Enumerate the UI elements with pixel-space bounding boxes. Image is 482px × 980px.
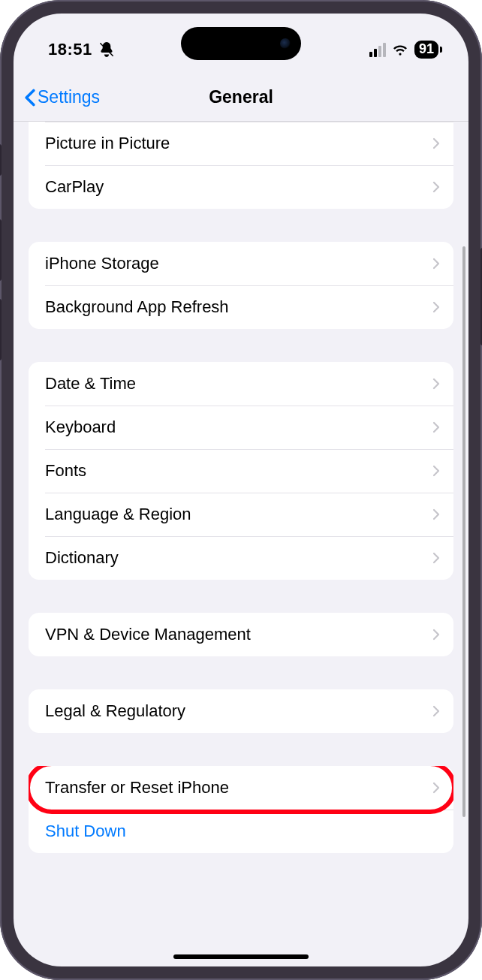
chevron-right-icon [432, 465, 440, 477]
list-item-label: VPN & Device Management [45, 625, 432, 644]
settings-group: Transfer or Reset iPhone Shut Down [29, 766, 453, 853]
chevron-right-icon [432, 705, 440, 717]
chevron-right-icon [432, 137, 440, 149]
list-item-label: Keyboard [45, 418, 432, 437]
list-item-label: Shut Down [45, 822, 440, 841]
battery-indicator: 91 [414, 41, 438, 59]
chevron-right-icon [432, 258, 440, 270]
mute-switch [0, 144, 2, 176]
settings-list[interactable]: AirPlay & Handoff Picture in Picture Car… [14, 122, 468, 966]
list-item-carplay[interactable]: CarPlay [29, 165, 453, 209]
list-item-vpn-device-management[interactable]: VPN & Device Management [29, 613, 453, 656]
settings-group: AirPlay & Handoff Picture in Picture Car… [29, 122, 453, 209]
bell-slash-icon [98, 41, 115, 58]
list-item-label: Legal & Regulatory [45, 701, 432, 721]
list-item-transfer-reset-iphone[interactable]: Transfer or Reset iPhone [29, 766, 453, 810]
list-item-date-time[interactable]: Date & Time [29, 362, 453, 406]
battery-percent: 91 [419, 41, 434, 57]
back-label: Settings [38, 87, 100, 107]
home-indicator[interactable] [173, 954, 309, 959]
phone-frame: 18:51 91 [0, 0, 482, 980]
chevron-right-icon [432, 782, 440, 794]
volume-up-button [0, 219, 2, 281]
list-item-fonts[interactable]: Fonts [29, 449, 453, 493]
screen: 18:51 91 [14, 14, 468, 966]
chevron-right-icon [432, 508, 440, 520]
chevron-right-icon [432, 301, 440, 313]
list-item-background-app-refresh[interactable]: Background App Refresh [29, 285, 453, 329]
settings-group: Date & Time Keyboard Fonts [29, 362, 453, 580]
list-item-label: CarPlay [45, 177, 432, 197]
dynamic-island [181, 27, 301, 60]
settings-group: Legal & Regulatory [29, 689, 453, 733]
nav-bar: Settings General [14, 74, 468, 122]
list-item-label: iPhone Storage [45, 254, 432, 273]
front-camera-icon [280, 38, 291, 49]
list-item-picture-in-picture[interactable]: Picture in Picture [29, 122, 453, 165]
scroll-indicator[interactable] [462, 246, 465, 817]
volume-down-button [0, 299, 2, 360]
list-item-label: Picture in Picture [45, 134, 432, 153]
list-item-label: Fonts [45, 461, 432, 481]
back-button[interactable]: Settings [24, 87, 100, 107]
chevron-left-icon [24, 89, 36, 107]
settings-group: VPN & Device Management [29, 613, 453, 656]
list-item-label: Date & Time [45, 374, 432, 394]
list-item-iphone-storage[interactable]: iPhone Storage [29, 242, 453, 285]
list-item-label: Dictionary [45, 548, 432, 568]
cellular-signal-icon [369, 43, 386, 57]
list-item-dictionary[interactable]: Dictionary [29, 536, 453, 580]
settings-group: iPhone Storage Background App Refresh [29, 242, 453, 329]
list-item-label: Transfer or Reset iPhone [45, 778, 432, 798]
list-item-language-region[interactable]: Language & Region [29, 493, 453, 536]
status-time: 18:51 [48, 40, 92, 59]
chevron-right-icon [432, 378, 440, 390]
list-item-shut-down[interactable]: Shut Down [29, 810, 453, 853]
chevron-right-icon [432, 181, 440, 193]
chevron-right-icon [432, 421, 440, 433]
wifi-icon [392, 43, 408, 56]
chevron-right-icon [432, 629, 440, 641]
chevron-right-icon [432, 552, 440, 564]
list-item-label: Background App Refresh [45, 297, 432, 317]
list-item-legal-regulatory[interactable]: Legal & Regulatory [29, 689, 453, 733]
list-item-keyboard[interactable]: Keyboard [29, 406, 453, 449]
list-item-label: Language & Region [45, 505, 432, 524]
